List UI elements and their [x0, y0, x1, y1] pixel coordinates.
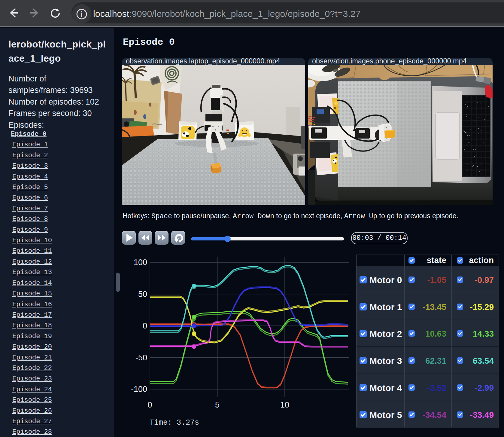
- svg-text:10: 10: [280, 400, 289, 409]
- svg-text:0: 0: [143, 321, 147, 330]
- svg-text:0: 0: [147, 400, 152, 409]
- svg-text:50: 50: [138, 290, 147, 299]
- svg-text:-50: -50: [135, 353, 147, 362]
- svg-text:100: 100: [134, 258, 147, 267]
- svg-text:-100: -100: [131, 385, 147, 394]
- svg-text:5: 5: [215, 400, 220, 409]
